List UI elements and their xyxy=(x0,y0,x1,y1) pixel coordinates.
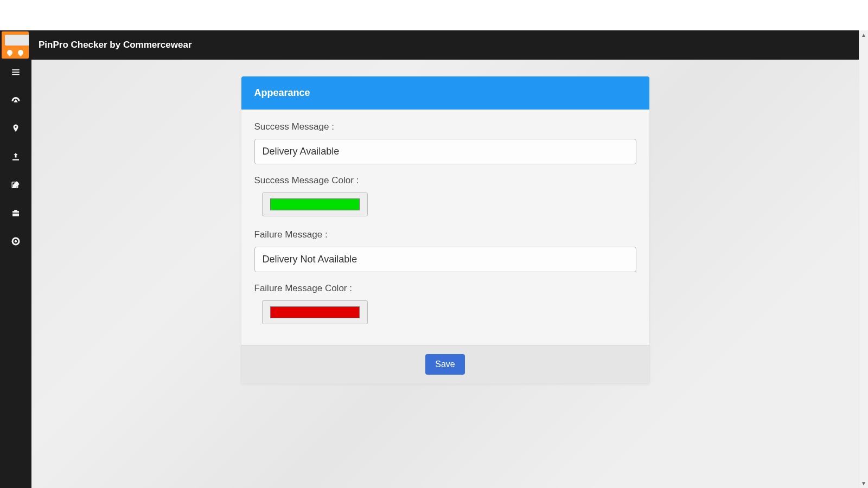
sidebar-item-menu[interactable] xyxy=(0,67,31,77)
success-color-group: Success Message Color : xyxy=(254,175,636,219)
upload-icon xyxy=(11,152,21,162)
scroll-down-icon[interactable]: ▼ xyxy=(859,479,868,488)
failure-message-label: Failure Message : xyxy=(254,229,636,240)
svg-rect-1 xyxy=(12,72,20,73)
briefcase-icon xyxy=(11,208,21,218)
success-color-picker[interactable] xyxy=(262,192,368,216)
sidebar-item-toolbox[interactable] xyxy=(0,208,31,218)
sidebar-item-edit[interactable] xyxy=(0,180,31,190)
gauge-icon xyxy=(11,95,21,105)
success-color-swatch xyxy=(270,198,360,210)
card-title: Appearance xyxy=(241,76,649,110)
svg-rect-0 xyxy=(12,69,20,70)
success-message-group: Success Message : xyxy=(254,121,636,164)
card-body: Success Message : Success Message Color … xyxy=(241,110,649,345)
spacer xyxy=(31,384,859,406)
sidebar-item-dashboard[interactable] xyxy=(0,95,31,105)
scroll-up-icon[interactable]: ▲ xyxy=(859,30,868,40)
bars-icon xyxy=(11,67,21,77)
failure-message-input[interactable] xyxy=(254,247,636,272)
failure-color-picker[interactable] xyxy=(262,300,368,324)
content-area: Appearance Success Message : Success Mes… xyxy=(31,60,859,488)
success-message-input[interactable] xyxy=(254,139,636,164)
app-logo xyxy=(2,31,29,59)
sidebar-item-upload[interactable] xyxy=(0,152,31,162)
failure-color-label: Failure Message Color : xyxy=(254,283,636,294)
card-footer: Save xyxy=(241,345,649,383)
vertical-scrollbar[interactable]: ▲ ▼ xyxy=(859,30,868,488)
sidebar-item-locations[interactable] xyxy=(0,124,31,133)
sidebar xyxy=(0,60,31,488)
lifebuoy-icon xyxy=(11,236,21,246)
success-color-label: Success Message Color : xyxy=(254,175,636,186)
failure-message-group: Failure Message : xyxy=(254,229,636,272)
svg-rect-2 xyxy=(12,74,20,75)
failure-color-group: Failure Message Color : xyxy=(254,283,636,326)
success-message-label: Success Message : xyxy=(254,121,636,132)
appearance-card: Appearance Success Message : Success Mes… xyxy=(241,76,650,384)
failure-color-swatch xyxy=(270,306,360,318)
sidebar-item-support[interactable] xyxy=(0,236,31,246)
edit-icon xyxy=(11,180,21,190)
top-bar: PinPro Checker by Commercewear xyxy=(0,30,859,60)
app-title: PinPro Checker by Commercewear xyxy=(39,40,192,50)
pin-icon xyxy=(11,124,21,133)
save-button[interactable]: Save xyxy=(425,354,464,375)
